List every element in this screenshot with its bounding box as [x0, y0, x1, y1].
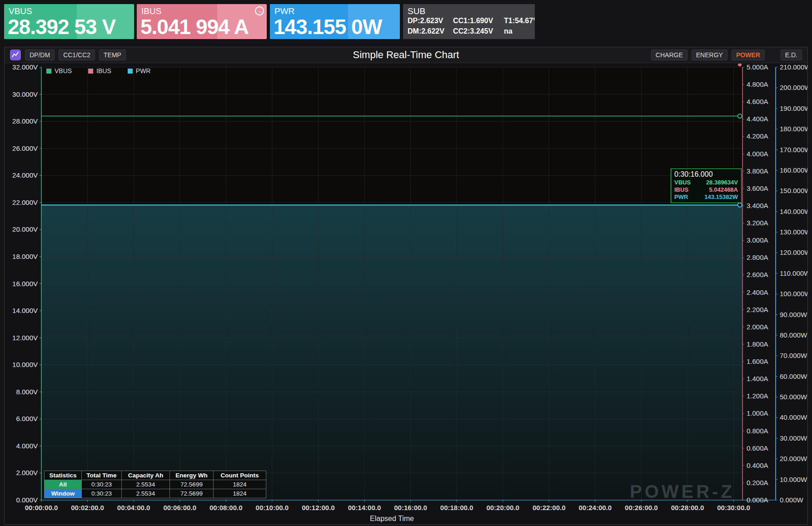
- svg-text:26.000V: 26.000V: [12, 144, 38, 152]
- svg-text:50.000W: 50.000W: [780, 393, 807, 401]
- charge-button[interactable]: CHARGE: [651, 50, 687, 60]
- cursor-tooltip: 0:30:16.000 VBUS 28.389634V IBUS 5.04246…: [671, 169, 742, 203]
- svg-text:00:26:00.0: 00:26:00.0: [625, 504, 658, 511]
- ibus-meter-tile[interactable]: IBUS → 5.041 994 A: [137, 4, 267, 39]
- svg-text:210.000W: 210.000W: [780, 64, 807, 71]
- pwr-swatch-icon: [128, 69, 133, 74]
- svg-text:160.000W: 160.000W: [780, 166, 807, 174]
- svg-text:12.000V: 12.000V: [12, 334, 38, 342]
- svg-text:00:06:00.0: 00:06:00.0: [163, 504, 196, 511]
- svg-text:2.800A: 2.800A: [747, 253, 768, 261]
- svg-text:28.000V: 28.000V: [12, 117, 38, 125]
- svg-text:150.000W: 150.000W: [780, 187, 807, 194]
- svg-text:0.600A: 0.600A: [747, 444, 768, 452]
- tooltip-row-pwr: PWR 143.15382W: [674, 194, 738, 201]
- chart-legend: VBUS IBUS PWR: [46, 67, 150, 74]
- ed-button[interactable]: E.D.: [781, 50, 802, 60]
- ibus-swatch-icon: [88, 69, 93, 74]
- chart-plot-area[interactable]: 0.000V2.000V4.000V6.000V8.000V10.000V12.…: [5, 64, 807, 524]
- tooltip-time: 0:30:16.000: [674, 170, 738, 179]
- vbus-meter-tile[interactable]: VBUS 28.392 53 V: [4, 4, 134, 39]
- svg-text:1.200A: 1.200A: [747, 392, 768, 400]
- svg-text:2.000V: 2.000V: [16, 469, 38, 476]
- tab-cc1-cc2[interactable]: CC1/CC2: [59, 50, 95, 60]
- svg-text:4.000V: 4.000V: [16, 442, 38, 450]
- svg-text:0.000A: 0.000A: [747, 496, 768, 504]
- chart-app-icon[interactable]: [10, 50, 21, 60]
- sub-row-1: DP:2.623V CC1:1.690V T1:54.67°C: [408, 17, 535, 25]
- svg-text:4.800A: 4.800A: [747, 80, 768, 88]
- svg-text:0.200A: 0.200A: [747, 479, 768, 486]
- svg-text:00:24:00.0: 00:24:00.0: [579, 504, 612, 511]
- cc2-voltage: CC2:3.245V: [453, 27, 504, 35]
- sub-readouts-tile[interactable]: SUB DP:2.623V CC1:1.690V T1:54.67°C DM:2…: [403, 4, 535, 39]
- stats-all-badge: All: [45, 480, 82, 489]
- legend-item-pwr[interactable]: PWR: [128, 67, 151, 74]
- svg-text:16.000V: 16.000V: [12, 280, 38, 288]
- svg-text:1.000A: 1.000A: [747, 409, 768, 417]
- svg-text:80.000W: 80.000W: [780, 331, 807, 339]
- tab-temp[interactable]: TEMP: [99, 50, 126, 60]
- svg-text:14.000V: 14.000V: [12, 307, 38, 314]
- svg-text:6.000V: 6.000V: [16, 415, 38, 422]
- svg-text:4.400A: 4.400A: [747, 115, 768, 123]
- svg-text:00:18:00.0: 00:18:00.0: [440, 504, 473, 511]
- svg-text:0.800A: 0.800A: [747, 427, 768, 435]
- svg-text:20.000V: 20.000V: [12, 225, 38, 233]
- svg-text:1.600A: 1.600A: [747, 357, 768, 365]
- sub-label: SUB: [408, 6, 425, 16]
- svg-text:4.600A: 4.600A: [747, 98, 768, 105]
- svg-text:00:20:00.0: 00:20:00.0: [486, 504, 519, 511]
- power-button[interactable]: POWER: [732, 50, 765, 60]
- stats-row-all: All 0:30:23 2.5534 72.5699 1824: [45, 480, 266, 489]
- svg-text:00:14:00.0: 00:14:00.0: [348, 504, 381, 511]
- tooltip-row-vbus: VBUS 28.389634V: [674, 179, 738, 186]
- svg-text:3.000A: 3.000A: [747, 236, 768, 244]
- pwr-meter-tile[interactable]: PWR 143.155 0W: [270, 4, 400, 39]
- svg-text:3.800A: 3.800A: [747, 167, 768, 175]
- svg-text:18.000V: 18.000V: [12, 253, 38, 260]
- legend-item-ibus[interactable]: IBUS: [88, 67, 111, 74]
- svg-text:4.000A: 4.000A: [747, 150, 768, 158]
- svg-text:130.000W: 130.000W: [780, 228, 807, 236]
- svg-text:120.000W: 120.000W: [780, 248, 807, 256]
- svg-text:200.000W: 200.000W: [780, 84, 807, 91]
- vbus-value: 28.392 53 V: [8, 15, 115, 39]
- svg-text:5.000A: 5.000A: [747, 64, 768, 71]
- pwr-value: 143.155 0W: [274, 15, 382, 39]
- powerz-watermark: POWER-Z: [630, 481, 735, 502]
- current-direction-icon[interactable]: →: [255, 6, 264, 15]
- svg-text:00:12:00.0: 00:12:00.0: [302, 504, 335, 511]
- svg-text:2.400A: 2.400A: [747, 288, 768, 296]
- svg-text:10.000V: 10.000V: [12, 361, 38, 368]
- sub-row-2: DM:2.622V CC2:3.245V na: [408, 27, 535, 35]
- energy-button[interactable]: ENERGY: [692, 50, 727, 60]
- svg-text:1.400A: 1.400A: [747, 375, 768, 382]
- dm-voltage: DM:2.622V: [408, 27, 453, 35]
- svg-text:8.000V: 8.000V: [16, 388, 38, 396]
- svg-text:110.000W: 110.000W: [780, 269, 807, 277]
- svg-text:Elapsed Time: Elapsed Time: [370, 515, 414, 522]
- sub-readouts: DP:2.623V CC1:1.690V T1:54.67°C DM:2.622…: [408, 17, 535, 38]
- vbus-swatch-icon: [46, 69, 51, 74]
- svg-text:70.000W: 70.000W: [780, 352, 807, 359]
- tab-dp-dm[interactable]: DP/DM: [25, 50, 55, 60]
- chart-title: Simple Real-Time Chart: [353, 49, 459, 61]
- chart-panel: DP/DM CC1/CC2 TEMP Simple Real-Time Char…: [4, 47, 808, 525]
- svg-text:00:00:00.0: 00:00:00.0: [25, 504, 58, 511]
- svg-text:30.000V: 30.000V: [12, 90, 38, 98]
- stats-window-badge: Window: [45, 489, 82, 498]
- svg-text:40.000W: 40.000W: [780, 413, 807, 421]
- svg-text:190.000W: 190.000W: [780, 104, 807, 112]
- ibus-value: 5.041 994 A: [140, 15, 249, 39]
- tooltip-row-ibus: IBUS 5.042468A: [674, 186, 738, 194]
- svg-text:2.000A: 2.000A: [747, 323, 768, 331]
- svg-text:3.400A: 3.400A: [747, 202, 768, 209]
- svg-text:00:16:00.0: 00:16:00.0: [394, 504, 427, 511]
- legend-item-vbus[interactable]: VBUS: [46, 67, 72, 74]
- stats-row-window: Window 0:30:23 2.5534 72.5699 1824: [45, 489, 266, 498]
- realtime-chart-svg[interactable]: 0.000V2.000V4.000V6.000V8.000V10.000V12.…: [5, 64, 807, 525]
- svg-text:00:04:00.0: 00:04:00.0: [117, 504, 150, 511]
- svg-text:0.000V: 0.000V: [16, 496, 38, 504]
- statistics-table: Statistics Total Time Capacity Ah Energy…: [44, 471, 266, 498]
